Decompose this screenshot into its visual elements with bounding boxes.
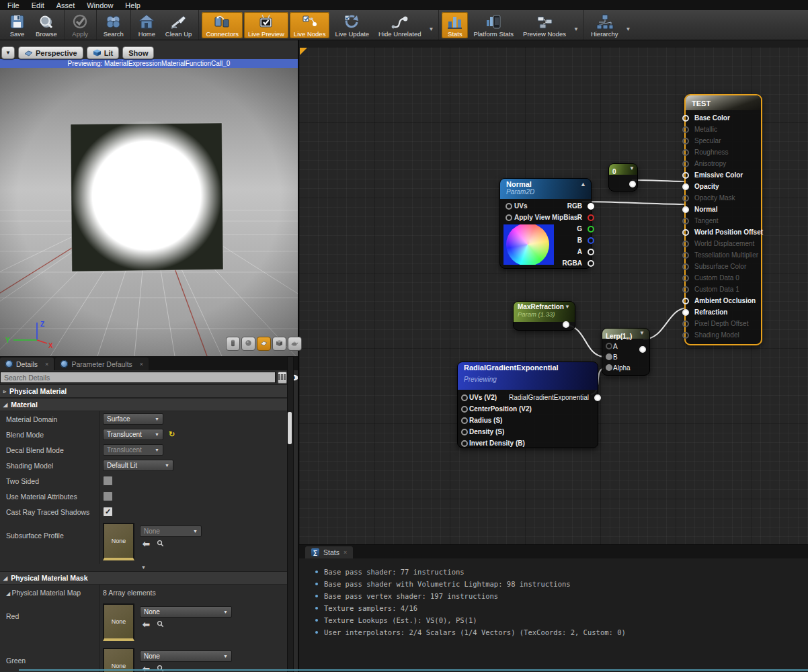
blend-mode-dropdown[interactable]: Translucent▼ <box>103 429 163 440</box>
menu-file[interactable]: File <box>4 1 28 9</box>
asset-dropdown-green[interactable]: None▼ <box>140 650 232 662</box>
test-pin-emissive-color[interactable]: Emissive Color <box>686 169 761 181</box>
shading-model-dropdown[interactable]: Default Lit▼ <box>103 460 173 471</box>
test-pin-base-color[interactable]: Base Color <box>686 112 761 124</box>
section-physical-material[interactable]: ▹Physical Material <box>0 384 287 398</box>
material-graph-panel[interactable]: TEST Base ColorMetallicSpecularRoughness… <box>299 47 808 544</box>
close-icon[interactable]: × <box>344 549 347 556</box>
pin-icon[interactable] <box>682 161 689 167</box>
node-maxrefraction-header[interactable]: MaxRefraction Param (1.33) ▼ <box>514 302 575 322</box>
rge-input-uvs-v2[interactable]: UVs (V2) <box>458 392 598 403</box>
node-lerp-header[interactable]: Lerp(1,,) ▼ <box>602 329 649 339</box>
toolbar-live-update-button[interactable]: Live Update <box>331 12 373 38</box>
node-maxrefraction[interactable]: MaxRefraction Param (1.33) ▼ <box>513 301 575 331</box>
chevron-down-icon[interactable]: ▼ <box>571 26 581 32</box>
chevron-down-icon[interactable]: ▼ <box>639 330 645 336</box>
toolbar-preview-nodes-button[interactable]: Preview Nodes <box>519 12 570 38</box>
expand-advanced-icon[interactable]: ▼ <box>0 564 287 571</box>
node-radialgradientexponential[interactable]: RadialGradientExponential Previewing Rad… <box>457 362 598 448</box>
pin-icon[interactable] <box>682 149 689 156</box>
preview-shape-sphere-button[interactable] <box>241 337 255 351</box>
test-pin-world-position-offset[interactable]: World Position Offset <box>686 226 761 238</box>
chevron-down-icon[interactable]: ▼ <box>426 26 436 32</box>
toolbar-live-preview-button[interactable]: Live Preview <box>244 12 288 38</box>
pin-icon[interactable] <box>682 286 689 293</box>
pin-icon[interactable] <box>588 249 594 255</box>
browse-to-asset-icon[interactable] <box>157 620 164 629</box>
preview-shape-cube-button[interactable] <box>272 337 286 351</box>
test-pin-opacity-mask[interactable]: Opacity Mask <box>686 192 761 204</box>
chevron-down-icon[interactable]: ▼ <box>623 26 634 32</box>
search-details-input[interactable] <box>0 372 276 383</box>
section-physical-material-mask[interactable]: ◢Physical Material Mask <box>0 571 287 585</box>
preview-shape-teapot-button[interactable] <box>288 337 302 351</box>
lit-mode-button[interactable]: Lit <box>87 46 119 59</box>
test-pin-custom-data-1[interactable]: Custom Data 1 <box>686 284 761 295</box>
chevron-down-icon[interactable]: ▼ <box>629 165 635 171</box>
close-icon[interactable]: × <box>45 361 48 368</box>
pin-icon[interactable] <box>682 206 689 213</box>
test-pin-world-displacement[interactable]: World Displacement <box>686 238 761 249</box>
pin-icon[interactable] <box>682 321 689 327</box>
test-pin-ambient-occlusion[interactable]: Ambient Occlusion <box>686 295 761 306</box>
perspective-button[interactable]: Perspective <box>18 46 83 59</box>
section-material[interactable]: ◢Material <box>0 398 287 411</box>
test-pin-anisotropy[interactable]: Anisotropy <box>686 158 761 169</box>
viewport-options-button[interactable]: ▼ <box>1 46 15 59</box>
test-pin-tangent[interactable]: Tangent <box>686 215 761 226</box>
pin-icon[interactable] <box>461 406 468 413</box>
toolbar-home-button[interactable]: Home <box>134 12 160 38</box>
pin-icon[interactable] <box>682 195 689 202</box>
rge-input-density-s[interactable]: Density (S) <box>458 426 598 437</box>
browse-to-asset-icon[interactable] <box>157 540 164 548</box>
pin-icon[interactable] <box>682 126 689 133</box>
pin-icon[interactable] <box>682 172 689 179</box>
pin-icon[interactable] <box>682 252 689 259</box>
toolbar-clean-up-button[interactable]: Clean Up <box>161 12 196 38</box>
normal-output-g[interactable]: G <box>551 223 591 235</box>
test-pin-refraction[interactable]: Refraction <box>686 306 761 318</box>
asset-thumbnail-green[interactable]: None <box>103 648 134 672</box>
menu-asset[interactable]: Asset <box>53 1 84 9</box>
pin-icon[interactable] <box>606 364 612 371</box>
node-normal-header[interactable]: Normal Param2D ▲ <box>500 179 591 199</box>
constant-output-pin[interactable] <box>629 181 636 187</box>
test-pin-metallic[interactable]: Metallic <box>686 124 761 135</box>
normal-output-rgba[interactable]: RGBA <box>551 257 591 269</box>
lerp-input-b[interactable]: B <box>602 351 649 362</box>
collapse-icon[interactable]: ▲ <box>580 181 586 187</box>
use-material-attributes-checkbox[interactable] <box>103 491 113 501</box>
pin-icon[interactable] <box>682 218 689 224</box>
asset-dropdown-red[interactable]: None▼ <box>140 606 232 618</box>
pin-icon[interactable] <box>682 241 689 247</box>
rge-input-invert-density-b[interactable]: Invert Density (B) <box>458 437 598 449</box>
toolbar-hierarchy-button[interactable]: Hierarchy <box>587 12 622 38</box>
pin-icon[interactable] <box>682 115 689 122</box>
pin-icon[interactable] <box>606 343 612 349</box>
pin-icon[interactable] <box>461 417 468 424</box>
pin-icon[interactable] <box>588 237 594 244</box>
two-sided-checkbox[interactable] <box>103 476 113 486</box>
node-constant-0[interactable]: 0 ▼ <box>608 163 638 192</box>
details-scrollbar[interactable] <box>287 356 294 672</box>
test-pin-normal[interactable]: Normal <box>686 204 761 215</box>
pin-icon[interactable] <box>588 214 594 221</box>
node-lerp[interactable]: Lerp(1,,) ▼ ABAlpha <box>602 328 650 376</box>
node-constant-header[interactable]: 0 ▼ <box>609 164 637 175</box>
tab-parameter-defaults[interactable]: Parameter Defaults× <box>55 358 149 370</box>
tab-details[interactable]: Details× <box>0 358 54 370</box>
normal-output-b[interactable]: B <box>551 235 591 246</box>
rge-input-centerposition-v2[interactable]: CenterPosition (V2) <box>458 403 598 415</box>
pin-icon[interactable] <box>606 353 612 360</box>
normal-output-r[interactable]: R <box>551 212 591 223</box>
preview-shape-cylinder-button[interactable] <box>226 337 240 351</box>
test-pin-pixel-depth-offset[interactable]: Pixel Depth Offset <box>686 318 761 329</box>
pin-icon[interactable] <box>588 203 594 210</box>
material-domain-dropdown[interactable]: Surface▼ <box>103 413 163 425</box>
pin-icon[interactable] <box>682 138 689 144</box>
pin-icon[interactable] <box>461 440 468 447</box>
viewport-scene[interactable]: Z Y X <box>0 68 298 356</box>
test-pin-specular[interactable]: Specular <box>686 135 761 146</box>
lerp-input-a[interactable]: A <box>602 341 649 351</box>
test-pin-subsurface-color[interactable]: Subsurface Color <box>686 261 761 272</box>
